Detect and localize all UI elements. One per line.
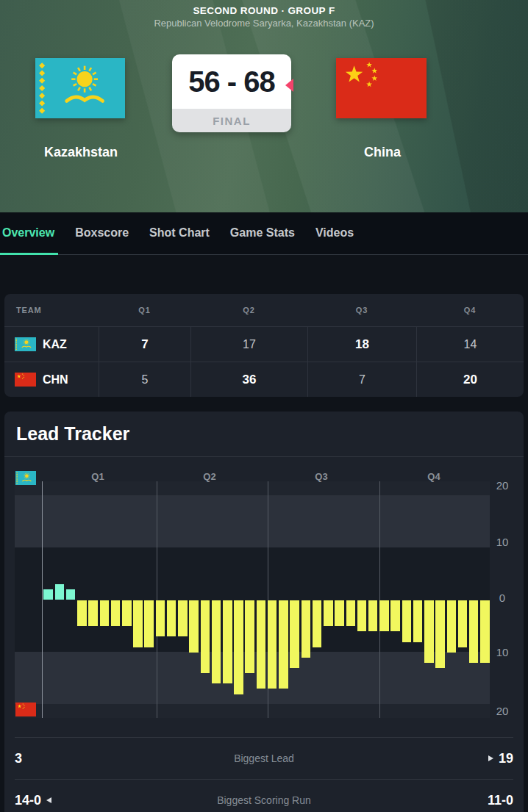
biggest-lead-away-value: 19 [499,751,513,766]
chart-q1-label: Q1 [42,471,154,482]
lead-bar [43,589,53,600]
lead-bar [77,600,87,627]
game-status: FINAL [172,109,291,132]
china-flag-mini [15,703,36,716]
y-tick-10-bottom: 10 [490,646,515,658]
chn-q3-score: 7 [307,362,416,397]
lead-bar [424,600,434,663]
team-code: KAZ [43,338,67,351]
lead-bar [335,600,344,627]
lead-bar [122,600,132,627]
run-marker-left-icon [46,797,51,803]
kaz-q3-score: 18 [307,327,416,362]
venue: Republican Velodrome Saryarka, Kazakhsta… [0,18,528,29]
chart-q2-label: Q2 [154,471,265,482]
lead-bar [279,600,288,689]
lead-bar [357,600,367,632]
kaz-q2-score: 17 [190,327,307,362]
lead-tracker-title: Lead Tracker [4,412,524,456]
tab-bar: Overview Boxscore Shot Chart Game Stats … [0,212,528,255]
column-header-q3: Q3 [307,306,416,315]
tab-boxscore[interactable]: Boxscore [71,212,132,255]
team-cell: KAZ [4,327,99,362]
biggest-run-home-value: 14-0 [15,793,41,808]
column-header-q2: Q2 [190,306,307,315]
lead-bar [402,600,412,642]
kazakhstan-flag [35,58,125,118]
lead-bar [313,600,322,647]
lead-tracker-card: Lead Tracker Q1 Q2 Q3 Q4 20 10 0 10 20 3… [4,412,524,812]
biggest-lead-label: Biggest Lead [103,752,425,764]
kaz-q4-score: 14 [416,327,524,362]
column-header-q4: Q4 [416,306,524,315]
lead-tracker-plot [42,481,490,718]
y-tick-20-top: 20 [490,479,515,492]
biggest-run-home: 14-0 [15,793,103,808]
round-title: SECOND ROUND · GROUP F [0,5,528,16]
team-cell: CHN [4,362,99,397]
table-row-kaz: KAZ 7 17 18 14 [4,326,524,362]
biggest-lead-away: 19 [425,751,513,766]
biggest-run-label: Biggest Scoring Run [103,794,425,806]
lead-bar [257,600,266,689]
score-card: 56 - 68 FINAL [172,54,291,132]
lead-bar [167,600,176,637]
column-header-q1: Q1 [99,306,190,315]
lead-bar [447,600,457,653]
biggest-lead-row: 3 Biggest Lead 19 [4,738,524,779]
lead-bar [379,600,389,632]
china-flag [336,58,427,118]
lead-bar [480,600,490,663]
tab-videos[interactable]: Videos [312,212,357,255]
chn-q4-score: 20 [416,362,524,397]
home-team-name: Kazakhstan [0,145,169,160]
chn-q1-score: 5 [99,362,190,397]
tab-game-stats[interactable]: Game Stats [226,212,299,255]
lead-bar [189,600,199,653]
column-header-team: TEAM [4,306,99,315]
tab-shot-chart[interactable]: Shot Chart [146,212,213,255]
lead-bar [133,600,143,647]
kazakhstan-flag-mini [15,471,36,485]
lead-bar [268,600,277,689]
lead-bar [100,600,110,627]
lead-bar [201,600,210,673]
lead-bar [66,589,76,600]
lead-marker-right-icon [488,755,493,761]
team-code: CHN [43,373,68,387]
biggest-run-away: 11-0 [425,793,513,808]
lead-bar [156,600,165,637]
lead-bar [413,600,423,642]
quarter-scores-table: TEAM Q1 Q2 Q3 Q4 KAZ 7 17 18 14 CHN 5 36… [4,294,524,397]
lead-bar [234,600,243,694]
winner-marker-icon [285,79,293,92]
kazakhstan-flag-small [15,337,36,351]
tab-overview[interactable]: Overview [0,212,58,255]
lead-bar [324,600,333,627]
lead-bar [368,600,378,632]
lead-bar [390,600,400,632]
y-tick-20-bottom: 20 [490,705,515,717]
lead-bar [223,600,232,684]
lead-bar [435,600,445,668]
y-tick-10-top: 10 [490,536,515,548]
lead-bar [290,600,299,668]
lead-bar [458,600,468,647]
table-header-row: TEAM Q1 Q2 Q3 Q4 [4,294,524,326]
final-score: 56 - 68 [172,54,291,109]
biggest-run-row: 14-0 Biggest Scoring Run 11-0 [4,780,524,812]
table-row-chn: CHN 5 36 7 20 [4,362,524,397]
away-team-name: China [294,145,471,160]
lead-tracker-chart: Q1 Q2 Q3 Q4 20 10 0 10 20 [4,457,524,725]
chn-q2-score: 36 [190,362,307,397]
chart-q3-label: Q3 [265,471,377,482]
y-tick-0: 0 [490,592,515,604]
china-flag-small [15,373,36,387]
game-header: SECOND ROUND · GROUP F Republican Velodr… [0,0,528,212]
lead-bar [469,600,479,663]
lead-bar [88,600,98,627]
lead-bar [302,600,311,658]
lead-bar [111,600,121,627]
biggest-run-away-value: 11-0 [488,793,513,808]
lead-bar [55,584,65,600]
